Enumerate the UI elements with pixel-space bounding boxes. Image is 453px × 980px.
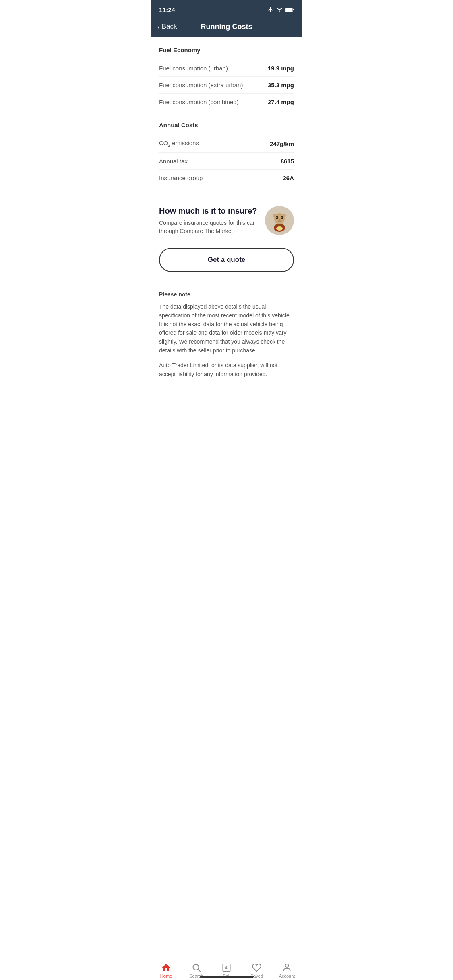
fuel-economy-section: Fuel Economy Fuel consumption (urban) 19… <box>159 47 294 110</box>
battery-icon <box>285 7 294 12</box>
insurance-text: How much is it to insure? Compare insura… <box>159 206 265 235</box>
insurance-description: Compare insurance quotes for this car th… <box>159 219 259 235</box>
get-quote-button[interactable]: Get a quote <box>159 248 294 272</box>
insurance-cta: How much is it to insure? Compare insura… <box>159 198 294 245</box>
annual-costs-header: Annual Costs <box>159 121 294 128</box>
status-time: 11:24 <box>159 6 175 13</box>
please-note-paragraph1: The data displayed above details the usu… <box>159 303 294 355</box>
co2-row: CO2 emissions 247g/km <box>159 135 294 153</box>
fuel-economy-header: Fuel Economy <box>159 47 294 54</box>
nav-bar: ‹ Back Running Costs <box>151 18 302 37</box>
insurance-group-label: Insurance group <box>159 175 203 181</box>
please-note-section: Please note The data displayed above det… <box>159 283 294 426</box>
svg-point-8 <box>273 214 276 218</box>
quote-button-wrapper: Get a quote <box>159 245 294 283</box>
back-label: Back <box>162 23 177 31</box>
please-note-paragraph2: Auto Trader Limited, or its data supplie… <box>159 361 294 379</box>
annual-tax-label: Annual tax <box>159 158 188 165</box>
svg-point-6 <box>276 226 283 231</box>
co2-label: CO2 emissions <box>159 140 199 148</box>
svg-point-11 <box>276 217 277 218</box>
svg-rect-1 <box>285 8 292 11</box>
svg-point-9 <box>283 214 286 218</box>
svg-rect-2 <box>293 9 294 10</box>
status-icons <box>267 6 294 13</box>
fuel-urban-row: Fuel consumption (urban) 19.9 mpg <box>159 60 294 77</box>
fuel-extra-urban-label: Fuel consumption (extra urban) <box>159 82 243 89</box>
fuel-extra-urban-value: 35.3 mpg <box>268 82 294 89</box>
insurance-group-value: 26A <box>283 175 294 181</box>
svg-point-12 <box>281 216 283 219</box>
insurance-title: How much is it to insure? <box>159 206 259 216</box>
page-title: Running Costs <box>201 23 252 31</box>
fuel-combined-row: Fuel consumption (combined) 27.4 mpg <box>159 94 294 110</box>
wifi-icon <box>276 6 283 13</box>
meerkat-image <box>266 207 293 234</box>
svg-point-13 <box>281 217 282 218</box>
annual-costs-section: Annual Costs CO2 emissions 247g/km Annua… <box>159 121 294 186</box>
airplane-icon <box>267 6 274 13</box>
fuel-combined-value: 27.4 mpg <box>268 99 294 105</box>
annual-tax-row: Annual tax £615 <box>159 153 294 170</box>
fuel-urban-value: 19.9 mpg <box>268 65 294 72</box>
meerkat-avatar <box>265 206 294 235</box>
back-chevron-icon: ‹ <box>157 23 160 31</box>
svg-point-15 <box>278 220 281 222</box>
fuel-combined-label: Fuel consumption (combined) <box>159 99 239 105</box>
svg-point-10 <box>276 216 278 219</box>
annual-tax-value: £615 <box>281 158 294 165</box>
co2-value: 247g/km <box>270 140 294 147</box>
main-content: Fuel Economy Fuel consumption (urban) 19… <box>151 37 302 426</box>
please-note-title: Please note <box>159 291 294 298</box>
back-button[interactable]: ‹ Back <box>157 23 177 31</box>
status-bar: 11:24 <box>151 0 302 18</box>
insurance-group-row: Insurance group 26A <box>159 170 294 186</box>
fuel-urban-label: Fuel consumption (urban) <box>159 65 228 72</box>
fuel-extra-urban-row: Fuel consumption (extra urban) 35.3 mpg <box>159 77 294 94</box>
